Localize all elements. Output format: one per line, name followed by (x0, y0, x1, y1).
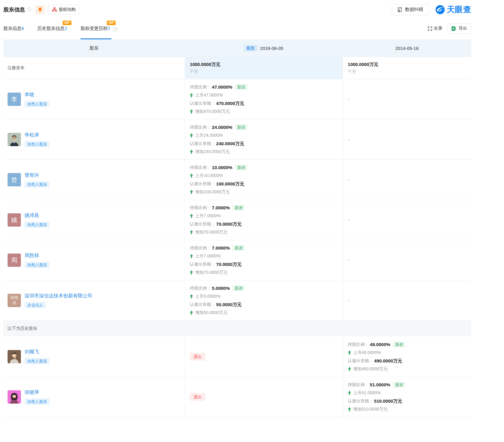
shareholder-name-link[interactable]: 张晓琴 (25, 390, 39, 395)
avatar-letter: 深信 (10, 295, 18, 300)
ratio-label: 持股比例： (190, 163, 211, 172)
ratio-change: 上升10.0000% (195, 172, 223, 180)
up-arrow-icon (190, 133, 193, 137)
empty-cell: - (343, 79, 471, 119)
tab-help-icon[interactable]: ? (113, 27, 117, 32)
up-arrow-icon (348, 391, 351, 395)
shareholder-type-badge: 自然人股东 (25, 141, 50, 147)
tab-shareholder-info[interactable]: 股东信息6 (3, 26, 24, 36)
export-button[interactable]: 导出 (447, 23, 471, 34)
holding-detail: 持股比例：49.0000%新进 上升49.0000% 认缴出资额：490.000… (343, 336, 471, 377)
amount-value: 100.0000万元 (216, 180, 244, 188)
table-row: 张晓琴 自然人股东 退出 持股比例：51.0000%新进 上升51.0000% … (3, 377, 471, 417)
avatar-letter: 周 (11, 256, 17, 264)
ratio-change: 上升47.0000% (195, 91, 223, 99)
shareholder-type-badge: 企业法人 (25, 302, 46, 308)
shareholder-name-link[interactable]: 李晓 (25, 92, 34, 97)
ratio-change: 上升51.0000% (353, 389, 381, 397)
col-header-old-date: 2014-05-16 (343, 39, 471, 57)
new-badge: 新进 (232, 205, 245, 211)
holding-detail: 持股比例：47.0000%新进 上升47.0000% 认缴出资额：470.000… (185, 79, 343, 119)
amount-label: 认缴出资额： (190, 180, 215, 188)
title-help-icon[interactable]: ? (27, 7, 31, 12)
shareholder-name-link[interactable]: 深圳市深信达技术创新有限公司 (25, 293, 92, 298)
shareholder-name-link[interactable]: 姚沛昌 (25, 213, 39, 218)
amount-value: 470.0000万元 (216, 99, 244, 107)
avatar[interactable]: 李 (8, 93, 21, 106)
avatar-photo[interactable] (8, 133, 21, 146)
registered-capital-label: 注册资本 (3, 57, 185, 79)
shareholder-type-badge: 自然人股东 (25, 262, 50, 268)
shareholder-name-link[interactable]: 李松涛 (25, 132, 39, 137)
subscribe-bell-button[interactable] (35, 5, 44, 14)
history-section-header: 以下为历史股东 (3, 320, 471, 336)
amount-label: 认缴出资额： (190, 260, 215, 268)
ratio-change: 上升49.0000% (353, 349, 381, 357)
export-label: 导出 (459, 26, 467, 31)
shareholder-name-link[interactable]: 刘顺飞 (25, 349, 39, 354)
empty-cell: - (343, 160, 471, 200)
org-chart-icon (52, 7, 57, 12)
capital-value: 1000.0000万元 (190, 62, 343, 67)
active-tab-underline (81, 38, 112, 39)
registered-capital-old: 1000.0000万元 不变 (343, 57, 471, 79)
shareholder-name-link[interactable]: 周胜祥 (25, 253, 39, 258)
up-arrow-icon (190, 150, 193, 154)
amount-change: 增加470.0000万元 (195, 107, 230, 116)
avatar[interactable]: 曾 (8, 173, 21, 186)
shareholder-panel: 股东信息 ? 股权结构 (3, 0, 471, 417)
table-row: 曾 曾智兴 自然人股东 持股比例：10.0000%新进 上升10.0000% 认… (3, 159, 471, 200)
tab-label: 股东信息 (3, 26, 21, 31)
data-correction-button[interactable]: 数据纠错 (392, 4, 429, 15)
ratio-label: 持股比例： (348, 381, 369, 389)
avatar-letter: 李 (11, 95, 17, 103)
fullscreen-label: 全屏 (434, 26, 442, 31)
shareholder-type-badge: 自然人股东 (25, 221, 50, 228)
amount-value: 490.0000万元 (374, 357, 402, 365)
avatar[interactable]: 姚 (8, 213, 21, 227)
tab-count: 6 (21, 26, 24, 31)
up-arrow-icon (190, 294, 193, 298)
data-correction-icon (397, 7, 403, 12)
shareholder-name-link[interactable]: 曾智兴 (25, 172, 39, 178)
avatar[interactable]: 周 (8, 254, 21, 267)
fullscreen-button[interactable]: 全屏 (428, 26, 442, 31)
brand-logo[interactable]: 天眼查 (435, 4, 471, 15)
new-badge: 新进 (232, 285, 245, 291)
tab-equity-change-history[interactable]: VIP 股权变更历程2 ? (81, 26, 118, 36)
tab-label: 股权变更历程 (81, 26, 108, 31)
equity-structure-label: 股权结构 (59, 7, 76, 12)
capital-change: 不变 (348, 69, 471, 74)
equity-structure-button[interactable]: 股权结构 (48, 5, 80, 15)
avatar-photo[interactable] (8, 350, 21, 363)
person-photo (8, 133, 21, 146)
table-row: 深信 达 深圳市深信达技术创新有限公司 企业法人 持股比例：5.0000%新进 … (3, 280, 471, 320)
avatar-photo[interactable] (8, 390, 21, 404)
person-photo (8, 350, 21, 363)
table-row: 刘顺飞 自然人股东 退出 持股比例：49.0000%新进 上升49.0000% … (3, 336, 471, 377)
shareholder-type-badge: 自然人股东 (25, 358, 50, 364)
up-arrow-icon (348, 407, 351, 411)
ratio-value: 49.0000% (370, 340, 390, 349)
ratio-label: 持股比例： (190, 244, 211, 252)
ratio-label: 持股比例： (190, 123, 211, 131)
empty-cell: - (343, 120, 471, 159)
vip-badge: VIP (107, 21, 116, 25)
holding-detail: 持股比例：7.0000%新进 上升7.0000% 认缴出资额：70.0000万元… (185, 240, 343, 280)
ratio-value: 7.0000% (212, 204, 230, 212)
avatar[interactable]: 深信 达 (8, 294, 21, 307)
tab-count: 2 (108, 26, 110, 31)
page-title: 股东信息 (3, 6, 25, 13)
ratio-label: 持股比例： (190, 83, 211, 91)
amount-change: 增加70.0000万元 (195, 268, 228, 277)
tab-history-shareholder-info[interactable]: VIP 历史股东信息2 (37, 26, 67, 36)
up-arrow-icon (190, 230, 193, 234)
capital-value: 1000.0000万元 (348, 62, 471, 67)
empty-cell: - (343, 280, 471, 320)
bell-icon (38, 7, 43, 12)
new-badge: 新进 (235, 124, 247, 130)
latest-badge: 最新 (244, 45, 257, 51)
amount-label: 认缴出资额： (190, 300, 215, 309)
avatar-letter: 姚 (11, 216, 17, 224)
holding-detail: 持股比例：51.0000%新进 上升51.0000% 认缴出资额：510.000… (343, 377, 471, 417)
